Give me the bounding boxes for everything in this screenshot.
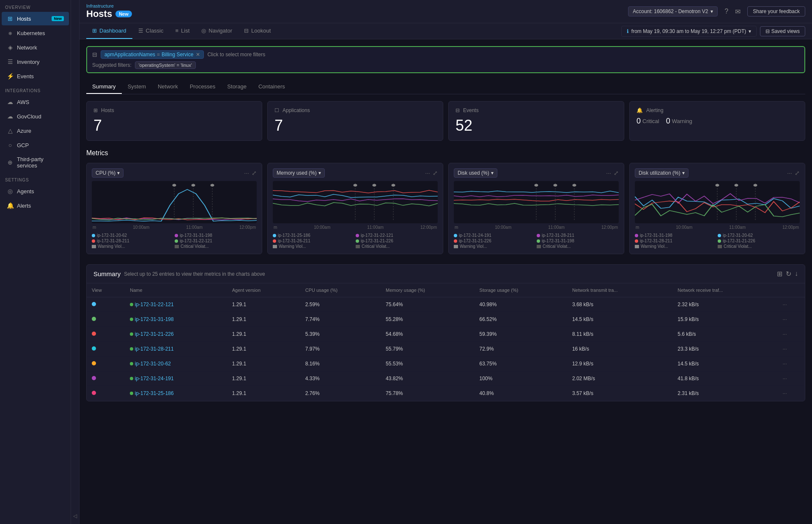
chart-title-button[interactable]: CPU (%) ▾ xyxy=(92,168,123,178)
table-cell-view[interactable] xyxy=(87,327,125,342)
sub-tab-containers[interactable]: Containers xyxy=(252,80,291,94)
sidebar-item-azure[interactable]: △ Azure xyxy=(2,124,69,137)
more-icon[interactable]: ··· xyxy=(787,170,792,176)
table-cell-agent-version: 1.29.1 xyxy=(227,297,300,312)
host-name-link[interactable]: ip-172-31-25-186 xyxy=(135,390,174,396)
sidebar-item-hosts[interactable]: ⊞ Hosts New xyxy=(2,12,69,25)
host-name-link[interactable]: ip-172-31-28-211 xyxy=(135,346,174,352)
table-cell-name[interactable]: ip-172-31-21-226 xyxy=(125,327,227,342)
table-cell-net-rx: 15.9 kB/s xyxy=(672,312,777,327)
row-menu-button[interactable]: ··· xyxy=(783,302,787,307)
sidebar-item-govcloud[interactable]: ☁ GovCloud xyxy=(2,110,69,123)
table-cell-actions[interactable]: ··· xyxy=(778,312,805,327)
tab-dashboard[interactable]: ⊞ Dashboard xyxy=(86,23,132,39)
table-cell-view[interactable] xyxy=(87,342,125,357)
host-name-link[interactable]: ip-172-31-24-191 xyxy=(135,376,174,381)
view-dot xyxy=(92,317,96,321)
table-cell-cpu-usage: 7.97% xyxy=(300,342,381,357)
export-icon[interactable]: ⊞ xyxy=(777,270,782,278)
table-cell-name[interactable]: ip-172-31-31-198 xyxy=(125,312,227,327)
table-cell-view[interactable] xyxy=(87,297,125,312)
host-name-link[interactable]: ip-172-31-22-121 xyxy=(135,302,174,307)
table-cell-view[interactable] xyxy=(87,312,125,327)
govcloud-icon: ☁ xyxy=(7,113,14,120)
account-selector[interactable]: Account: 1606862 - Demotron V2 ▾ xyxy=(628,6,718,16)
legend-item: ip-172-31-31-198 xyxy=(537,239,619,243)
mail-icon-button[interactable]: ✉ xyxy=(733,6,742,17)
breadcrumb[interactable]: Infrastructure xyxy=(86,3,132,8)
filter-chip[interactable]: apmApplicationNames = Billing Service ✕ xyxy=(101,50,204,59)
table-row: ip-172-31-31-1981.29.17.74%55.28%66.52%1… xyxy=(87,312,805,327)
table-cell-name[interactable]: ip-172-31-28-211 xyxy=(125,342,227,357)
table-cell-actions[interactable]: ··· xyxy=(778,386,805,401)
filter-more[interactable]: Click to select more filters xyxy=(207,52,265,58)
sub-tab-network[interactable]: Network xyxy=(152,80,184,94)
table-cell-view[interactable] xyxy=(87,357,125,371)
legend-item: ip-172-31-31-198 xyxy=(175,233,257,238)
sub-tab-system[interactable]: System xyxy=(122,80,152,94)
table-cell-name[interactable]: ip-172-31-24-191 xyxy=(125,371,227,386)
host-name-link[interactable]: ip-172-31-31-198 xyxy=(135,316,174,322)
host-name-link[interactable]: ip-172-31-20-62 xyxy=(135,361,171,367)
expand-icon[interactable]: ⤢ xyxy=(795,170,800,176)
tab-list[interactable]: ≡ List xyxy=(170,23,196,39)
help-icon-button[interactable]: ? xyxy=(723,6,730,17)
sidebar-item-alerts[interactable]: 🔔 Alerts xyxy=(2,199,69,212)
tab-navigator[interactable]: ◎ Navigator xyxy=(195,23,238,39)
suggested-chip[interactable]: 'operatingSystem' = 'linux' xyxy=(135,61,196,69)
sub-tab-storage[interactable]: Storage xyxy=(221,80,252,94)
legend-label: ip-172-31-25-186 xyxy=(278,233,310,238)
table-cell-name[interactable]: ip-172-31-25-186 xyxy=(125,386,227,401)
refresh-icon[interactable]: ↻ xyxy=(786,270,791,278)
row-menu-button[interactable]: ··· xyxy=(783,361,787,367)
expand-icon[interactable]: ⤢ xyxy=(433,170,438,176)
expand-icon[interactable]: ⤢ xyxy=(252,170,257,176)
row-menu-button[interactable]: ··· xyxy=(783,390,787,396)
sidebar-item-third-party[interactable]: ⊕ Third-party services xyxy=(2,153,69,172)
sub-tab-processes[interactable]: Processes xyxy=(184,80,222,94)
chart-title-button[interactable]: Disk utilization (%) ▾ xyxy=(635,168,689,178)
expand-icon[interactable]: ⤢ xyxy=(614,170,619,176)
sidebar-collapse-button[interactable]: ◁ xyxy=(71,0,80,524)
sidebar-item-gcp[interactable]: ○ GCP xyxy=(2,138,69,152)
sidebar-item-label: Network xyxy=(17,44,64,51)
sidebar-item-kubernetes[interactable]: ⎈ Kubernetes xyxy=(2,26,69,40)
more-icon[interactable]: ··· xyxy=(425,170,430,176)
more-icon[interactable]: ··· xyxy=(606,170,611,176)
table-cell-actions[interactable]: ··· xyxy=(778,342,805,357)
host-name-link[interactable]: ip-172-31-21-226 xyxy=(135,331,174,337)
table-cell-view[interactable] xyxy=(87,386,125,401)
row-menu-button[interactable]: ··· xyxy=(783,376,787,381)
card-header: 🔔 Alerting xyxy=(636,107,798,113)
tab-classic[interactable]: ☰ Classic xyxy=(132,23,170,39)
hosts-icon: ⊞ xyxy=(7,15,14,22)
chart-title-button[interactable]: Disk used (%) ▾ xyxy=(454,168,497,178)
filter-remove-icon[interactable]: ✕ xyxy=(196,52,200,58)
date-range-button[interactable]: ℹ from May 19, 09:30 am to May 19, 12:27… xyxy=(621,26,757,37)
row-menu-button[interactable]: ··· xyxy=(783,346,787,352)
sidebar-item-agents[interactable]: ◎ Agents xyxy=(2,184,69,198)
table-cell-actions[interactable]: ··· xyxy=(778,327,805,342)
chart-title-button[interactable]: Memory used (%) ▾ xyxy=(273,168,325,178)
tab-lookout[interactable]: ⊟ Lookout xyxy=(238,23,277,39)
table-column-header: Agent version xyxy=(227,283,300,297)
download-icon[interactable]: ↓ xyxy=(795,270,798,278)
row-menu-button[interactable]: ··· xyxy=(783,316,787,322)
table-cell-actions[interactable]: ··· xyxy=(778,357,805,371)
row-menu-button[interactable]: ··· xyxy=(783,331,787,337)
sidebar-item-inventory[interactable]: ☰ Inventory xyxy=(2,55,69,69)
more-icon[interactable]: ··· xyxy=(244,170,249,176)
table-cell-name[interactable]: ip-172-31-20-62 xyxy=(125,357,227,371)
feedback-button[interactable]: Share your feedback xyxy=(747,6,805,16)
saved-views-button[interactable]: ⊟ Saved views xyxy=(760,26,805,36)
sidebar-item-events[interactable]: ⚡ Events xyxy=(2,69,69,83)
sidebar-item-aws[interactable]: ☁ AWS xyxy=(2,95,69,109)
svg-point-11 xyxy=(392,184,395,187)
table-cell-actions[interactable]: ··· xyxy=(778,297,805,312)
table-cell-view[interactable] xyxy=(87,371,125,386)
table-cell-name[interactable]: ip-172-31-22-121 xyxy=(125,297,227,312)
table-cell-actions[interactable]: ··· xyxy=(778,371,805,386)
sub-tab-summary[interactable]: Summary xyxy=(86,80,122,94)
sidebar-item-network[interactable]: ◈ Network xyxy=(2,41,69,54)
table-row: ip-172-31-24-1911.29.14.33%43.82%100%2.0… xyxy=(87,371,805,386)
